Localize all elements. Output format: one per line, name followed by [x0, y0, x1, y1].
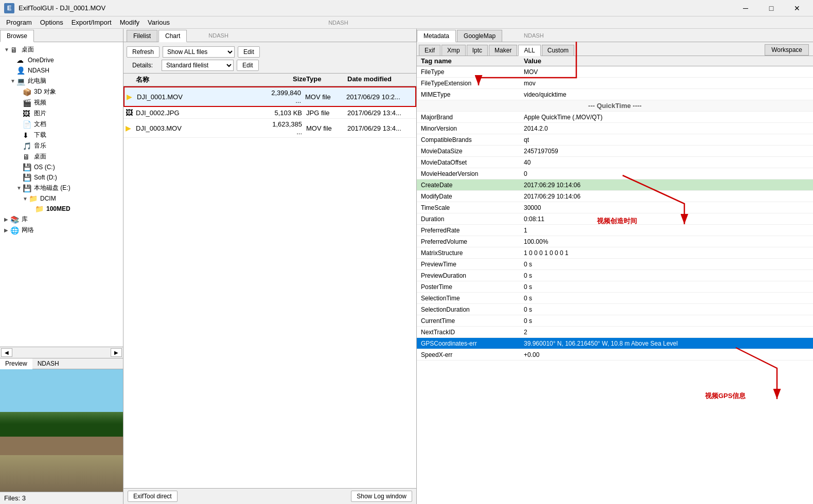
tab-chart[interactable]: Chart: [158, 30, 187, 42]
refresh-button[interactable]: Refresh: [127, 46, 160, 58]
file-row-mov1[interactable]: ▶ DJI_0001.MOV 2,399,840 ... MOV file 20…: [123, 86, 416, 107]
meta-row-filetype[interactable]: FileType MOV: [417, 66, 813, 78]
meta-row-selectionduration[interactable]: SelectionDuration 0 s: [417, 304, 813, 315]
meta-tab-maker[interactable]: Maker: [489, 45, 517, 56]
meta-row-nexttrackid[interactable]: NextTrackID 2: [417, 327, 813, 338]
val-filetype: MOV: [520, 67, 813, 77]
file-date-1: 2017/06/29 10:2...: [346, 93, 413, 101]
meta-row-speedx[interactable]: SpeedX-err +0.00: [417, 349, 813, 361]
tree-item-downloads[interactable]: ⬇ 下载: [2, 130, 121, 140]
menu-program[interactable]: Program: [2, 17, 36, 27]
menu-modify[interactable]: Modify: [116, 17, 144, 27]
tree-item-c-drive[interactable]: 💾 OS (C:): [2, 162, 121, 172]
meta-tab-all[interactable]: ALL: [518, 45, 540, 56]
file-row-mov2[interactable]: ▶ DJI_0003.MOV 1,623,385 ... MOV file 20…: [123, 119, 416, 138]
show-log-btn[interactable]: Show Log window: [351, 491, 412, 502]
jpg-icon: 🖼: [126, 109, 136, 117]
meta-row-selectiontime[interactable]: SelectionTime 0 s: [417, 293, 813, 304]
meta-row-timescale[interactable]: TimeScale 30000: [417, 202, 813, 213]
tree-item-ndash[interactable]: 👤 NDASH: [2, 65, 121, 76]
close-button[interactable]: ✕: [785, 0, 809, 16]
tree-label: 本地磁盘 (E:): [34, 184, 70, 192]
tab-preview-ndash[interactable]: NDASH: [32, 358, 64, 369]
tree-label: 库: [22, 215, 28, 224]
tree-item-pictures[interactable]: 🖼 图片: [2, 108, 121, 119]
tree-item-video[interactable]: 🎬 视频: [2, 97, 121, 108]
menu-options[interactable]: Options: [36, 17, 67, 27]
tab-preview[interactable]: Preview: [0, 358, 32, 369]
meta-row-minorversion[interactable]: MinorVersion 2014.2.0: [417, 123, 813, 134]
meta-tab-iptc[interactable]: Iptc: [467, 45, 488, 56]
meta-row-movieheaderversion[interactable]: MovieHeaderVersion 0: [417, 168, 813, 179]
files-count: Files: 3: [4, 494, 26, 502]
tab-browse[interactable]: Browse: [0, 30, 34, 42]
tag-mimetype: MIMEType: [417, 90, 520, 99]
scroll-left-btn[interactable]: ◀: [1, 348, 12, 357]
file-row-jpg[interactable]: 🖼 DJI_0002.JPG 5,103 KB JPG file 2017/06…: [123, 107, 416, 119]
tree-item-desktop2[interactable]: 🖥 桌面: [2, 151, 121, 162]
meta-row-previewduration[interactable]: PreviewDuration 0 s: [417, 270, 813, 281]
tag-speedx: SpeedX-err: [417, 350, 520, 359]
file-name-1: DJI_0001.MOV: [137, 93, 264, 101]
meta-row-duration[interactable]: Duration 0:08:11: [417, 213, 813, 225]
tab-googlemap[interactable]: GoogleMap: [457, 30, 502, 42]
meta-row-createdate[interactable]: CreateDate 2017:06:29 10:14:06: [417, 179, 813, 191]
meta-row-modifydate[interactable]: ModifyDate 2017/06:29 10:14:06: [417, 191, 813, 202]
tab-metadata[interactable]: Metadata: [417, 30, 456, 42]
minimize-button[interactable]: ─: [734, 0, 757, 16]
docs-icon: 📄: [23, 120, 32, 129]
meta-row-currenttime[interactable]: CurrentTime 0 s: [417, 315, 813, 327]
exiftool-direct-btn[interactable]: ExifTool direct: [128, 491, 178, 502]
tree-item-3d[interactable]: 📦 3D 对象: [2, 86, 121, 97]
tree-item-network[interactable]: ▶ 🌐 网络: [2, 225, 121, 236]
tree-item-thispc[interactable]: ▼ 💻 此电脑: [2, 76, 121, 86]
tree-item-desktop1[interactable]: ▼ 🖥 桌面: [2, 44, 121, 55]
tree-item-library[interactable]: ▶ 📚 库: [2, 214, 121, 225]
meta-row-previewtime[interactable]: PreviewTime 0 s: [417, 259, 813, 270]
tree-item-music[interactable]: 🎵 音乐: [2, 140, 121, 151]
file-tree[interactable]: ▼ 🖥 桌面 ☁ OneDrive 👤 NDASH ▼ 💻 此电脑: [0, 42, 123, 347]
tree-item-e-drive[interactable]: ▼ 💾 本地磁盘 (E:): [2, 183, 121, 193]
ndash-label-meta: NDASH: [524, 32, 544, 39]
tree-item-docs[interactable]: 📄 文档: [2, 119, 121, 130]
meta-tab-custom[interactable]: Custom: [542, 45, 574, 56]
col-header-size: Size: [265, 75, 306, 84]
tree-item-d-drive[interactable]: 💾 Soft (D:): [2, 172, 121, 183]
show-files-select[interactable]: Show ALL files: [163, 46, 235, 58]
landscape-trees: [0, 412, 123, 437]
meta-tab-exif[interactable]: Exif: [419, 45, 440, 56]
edit-button1[interactable]: Edit: [238, 46, 260, 58]
meta-row-majorbrand[interactable]: MajorBrand Apple QuickTime (.MOV/QT): [417, 112, 813, 123]
edit-button2[interactable]: Edit: [237, 60, 259, 71]
meta-row-preferredvolume[interactable]: PreferredVolume 100.00%: [417, 236, 813, 247]
toolbar-row1: Refresh Show ALL files Edit: [127, 46, 413, 58]
file-size-2: 5,103 KB: [265, 109, 306, 117]
menu-various[interactable]: Various: [144, 17, 174, 27]
restore-button[interactable]: □: [759, 0, 783, 16]
tree-item-onedrive[interactable]: ☁ OneDrive: [2, 55, 121, 65]
meta-row-moviedatasize[interactable]: MovieDataSize 2457197059: [417, 146, 813, 157]
tree-item-100med[interactable]: 📁 100MED: [2, 204, 121, 214]
tab-filelist[interactable]: Filelist: [127, 30, 157, 42]
video-icon: 🎬: [23, 99, 32, 107]
meta-row-compatiblebrands[interactable]: CompatibleBrands qt: [417, 134, 813, 146]
val-movieheaderversion: 0: [520, 169, 813, 178]
standard-filelist-select[interactable]: Standard filelist: [162, 60, 234, 71]
col-header-date: Date modified: [347, 75, 414, 84]
meta-tab-xmp[interactable]: Xmp: [441, 45, 466, 56]
tag-filetypeext: FileTypeExtension: [417, 79, 520, 88]
meta-row-gpscoordinates[interactable]: GPSCoordinates-err 39.960010° N, 106.216…: [417, 338, 813, 349]
menu-export-import[interactable]: Export/Import: [67, 17, 116, 27]
tree-label: 音乐: [34, 141, 46, 150]
scroll-right-btn[interactable]: ▶: [111, 348, 122, 357]
meta-row-filetypeext[interactable]: FileTypeExtension mov: [417, 78, 813, 89]
meta-row-matrixstructure[interactable]: MatrixStructure 1 0 0 0 1 0 0 0 1: [417, 247, 813, 259]
meta-row-moviedataoffset[interactable]: MovieDataOffset 40: [417, 157, 813, 168]
metadata-top-tabs: Metadata GoogleMap NDASH: [417, 29, 813, 42]
meta-row-postertime[interactable]: PosterTime 0 s: [417, 281, 813, 293]
workspace-button[interactable]: Workspace: [765, 44, 809, 56]
tree-item-dcim[interactable]: ▼ 📁 DCIM: [2, 193, 121, 204]
desktop-icon: 🖥: [10, 46, 20, 54]
meta-row-mimetype[interactable]: MIMEType video/quicktime: [417, 89, 813, 100]
meta-row-preferredrate[interactable]: PreferredRate 1: [417, 225, 813, 236]
